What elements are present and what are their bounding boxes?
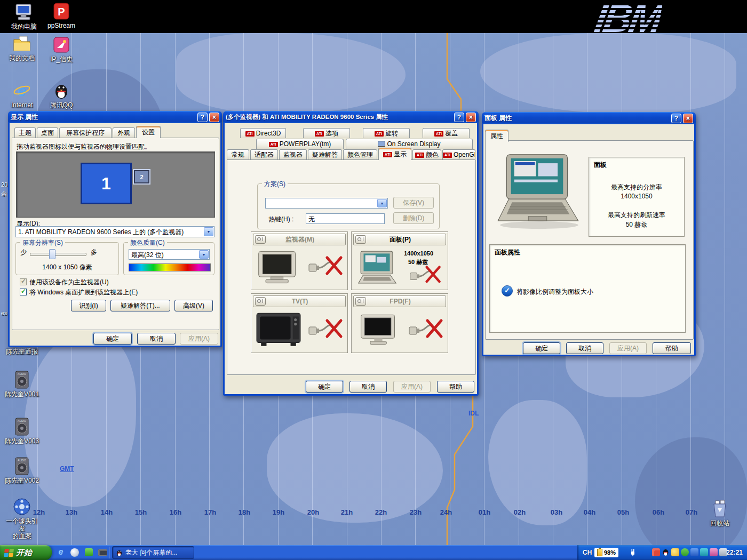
primary-monitor-checkbox[interactable] — [20, 278, 27, 285]
ac-power-plug-icon[interactable] — [629, 548, 637, 557]
start-button[interactable]: 开始 — [0, 545, 52, 560]
dropdown-arrow-icon[interactable] — [204, 227, 213, 236]
quicklaunch-icon-2[interactable] — [69, 547, 80, 558]
tab-themes[interactable]: 主题 — [14, 127, 36, 138]
cancel-button[interactable]: 取消 — [349, 381, 387, 393]
color-quality-dropdown[interactable]: 最高(32 位) — [129, 249, 210, 260]
tray-icon-4[interactable] — [681, 548, 689, 556]
titlebar[interactable]: 面板 属性 — [482, 112, 696, 124]
quicklaunch-ie-icon[interactable]: e — [55, 547, 66, 558]
resolution-slider-thumb[interactable] — [49, 249, 55, 259]
tab-color-management[interactable]: 颜色管理 — [343, 149, 377, 159]
monitor-1[interactable]: 1 — [81, 163, 132, 204]
dropdown-arrow-icon[interactable] — [199, 250, 209, 259]
clock[interactable]: 22:21 — [726, 549, 743, 556]
tab-desktop[interactable]: 桌面 — [37, 127, 58, 138]
ati-logo-icon: ATI — [434, 131, 443, 137]
close-button[interactable] — [209, 113, 219, 122]
scale-image-checkbox[interactable] — [502, 285, 513, 297]
apply-button[interactable]: 应用(A) — [180, 333, 218, 345]
power-toggle-button[interactable] — [355, 297, 366, 306]
quicklaunch-icon-4[interactable] — [97, 547, 108, 558]
desktop-icon-recycle-bin[interactable]: 回收站 — [702, 499, 737, 527]
desktop-icon-audio-v002[interactable]: AUDIO 陈先奎V002 — [4, 457, 39, 484]
apply-button[interactable]: 应用(A) — [393, 381, 431, 393]
hotkey-label: 热键(H) : — [268, 215, 293, 224]
desktop-icon-ip-messenger[interactable]: IP_信史 — [44, 35, 79, 63]
timezone-label: 01h — [474, 508, 495, 516]
tab-rotation[interactable]: ATI旋转 — [363, 128, 410, 138]
tray-icon-5[interactable] — [690, 548, 698, 556]
max-refresh-value: 50 赫兹 — [589, 220, 684, 229]
ime-indicator[interactable]: CH — [583, 549, 592, 556]
save-button[interactable]: 保存(V) — [393, 197, 434, 209]
tab-options[interactable]: ATI选项 — [303, 128, 350, 138]
help-button[interactable]: 帮助 — [437, 381, 474, 393]
dropdown-arrow-icon[interactable] — [377, 199, 387, 207]
tab-displays[interactable]: ATI显示 — [378, 148, 411, 160]
tab-general[interactable]: 常规 — [227, 149, 249, 159]
battery-indicator[interactable]: 98% — [594, 548, 618, 557]
desktop-icon-my-documents[interactable]: 我的文档 — [4, 34, 39, 62]
power-toggle-button[interactable] — [255, 297, 266, 306]
close-button[interactable] — [466, 113, 476, 122]
display-device-dropdown[interactable]: 1. ATI MOBILITY RADEON 9600 Series 上的 (多… — [15, 226, 214, 237]
extend-desktop-checkbox[interactable] — [20, 289, 27, 295]
tab-color[interactable]: ATI颜色 — [412, 149, 441, 159]
taskbar: 开始 e 老大 问个屏幕的... CH 98% — [0, 545, 747, 560]
desktop-icon-ppstream[interactable]: P ppStream — [44, 2, 79, 29]
tray-icon-6[interactable] — [700, 548, 708, 556]
hotkey-input[interactable]: 无 — [306, 213, 385, 224]
tab-opengl[interactable]: ATIOpenGL — [442, 149, 475, 159]
ok-button[interactable]: 确定 — [93, 333, 132, 345]
resolution-slider-track[interactable] — [30, 253, 86, 256]
tab-monitor[interactable]: 监视器 — [279, 149, 307, 159]
titlebar[interactable]: 显示 属性 — [8, 111, 222, 123]
troubleshoot-button[interactable]: 疑难解答(T)... — [110, 300, 170, 311]
desktop-icon-audio-v001[interactable]: AUDIO 陈先奎V001 — [4, 370, 39, 398]
delete-button[interactable]: 删除(D) — [393, 212, 434, 224]
power-toggle-button[interactable] — [355, 235, 366, 244]
tray-qq-icon[interactable] — [662, 548, 670, 556]
task-button-qq-chat[interactable]: 老大 问个屏幕的... — [112, 546, 194, 559]
quicklaunch-icon-3[interactable] — [83, 547, 94, 558]
tab-screensaver[interactable]: 屏幕保护程序 — [59, 127, 112, 138]
color-spectrum-bar — [129, 263, 211, 271]
identify-button[interactable]: 识别(I) — [71, 300, 106, 311]
advanced-button[interactable]: 高级(V) — [174, 300, 213, 311]
cancel-button[interactable]: 取消 — [566, 342, 603, 354]
help-button[interactable] — [454, 113, 464, 122]
device-panel-monitor: 监视器(M) — [251, 231, 348, 290]
desktop-icon-audio-v003[interactable]: AUDIO 陈先奎V003 — [4, 417, 39, 445]
timezone-label: 19h — [268, 508, 289, 516]
desktop-icon-internet[interactable]: e Internet — [4, 81, 39, 109]
ok-button[interactable]: 确定 — [523, 342, 560, 354]
apply-button[interactable]: 应用(A) — [609, 342, 647, 354]
tab-troubleshoot[interactable]: 疑难解答 — [308, 149, 342, 159]
monitor-2[interactable]: 2 — [134, 170, 149, 183]
help-button[interactable] — [197, 113, 208, 122]
device-header: 面板(P) — [353, 234, 446, 245]
tab-settings[interactable]: 设置 — [136, 126, 161, 138]
tab-overlay[interactable]: ATI覆盖 — [423, 128, 470, 138]
tray-icon-7[interactable] — [710, 548, 718, 556]
tray-icon-1[interactable] — [652, 548, 660, 556]
tab-adapter[interactable]: 适配器 — [250, 149, 278, 159]
cancel-button[interactable]: 取消 — [137, 333, 176, 345]
tab-direct3d[interactable]: ATIDirect3D — [240, 128, 286, 138]
power-toggle-button[interactable] — [255, 235, 266, 244]
close-button[interactable] — [683, 114, 693, 123]
titlebar[interactable]: (多个监视器) 和 ATI MOBILITY RADEON 9600 Serie… — [223, 111, 479, 123]
help-button[interactable] — [671, 114, 681, 123]
tray-icon-3[interactable] — [671, 548, 679, 556]
desktop-icon-movie[interactable]: 一个噱头引发 的血案 — [4, 497, 39, 540]
device-panel-panel: 面板(P) 747x560 50 赫兹 — [351, 231, 448, 290]
ok-button[interactable]: 确定 — [306, 381, 343, 393]
desktop-icon-my-computer[interactable]: 我的电脑 — [6, 3, 42, 30]
scheme-dropdown[interactable] — [265, 198, 388, 209]
tab-powerplay[interactable]: ATIPOWERPLAY(tm) — [256, 139, 344, 149]
desktop-icon-qq[interactable]: 腾讯QQ — [44, 81, 79, 109]
tab-appearance[interactable]: 外观 — [113, 127, 135, 138]
help-button[interactable]: 帮助 — [653, 342, 691, 354]
tab-attributes[interactable]: 属性 — [485, 130, 508, 142]
